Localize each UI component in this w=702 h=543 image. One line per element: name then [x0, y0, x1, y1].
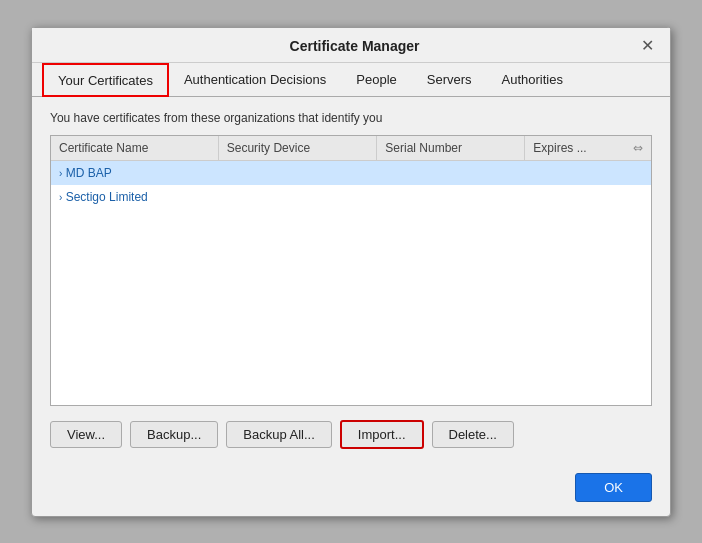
cert-name-cell: › MD BAP: [51, 160, 218, 185]
expires-cell: [525, 185, 651, 209]
col-security-device: Security Device: [218, 136, 377, 161]
table-header: Certificate Name Security Device Serial …: [51, 136, 651, 161]
serial-number-cell: [377, 160, 525, 185]
certificate-table: Certificate Name Security Device Serial …: [51, 136, 651, 209]
dialog-title: Certificate Manager: [70, 38, 639, 54]
description-text: You have certificates from these organiz…: [50, 111, 652, 125]
import-button[interactable]: Import...: [340, 420, 424, 449]
col-serial-number: Serial Number: [377, 136, 525, 161]
cert-name-cell: › Sectigo Limited: [51, 185, 218, 209]
tab-people[interactable]: People: [341, 63, 411, 97]
table-row[interactable]: › Sectigo Limited: [51, 185, 651, 209]
backup-button[interactable]: Backup...: [130, 421, 218, 448]
table-row[interactable]: › MD BAP: [51, 160, 651, 185]
ok-row: OK: [32, 463, 670, 516]
delete-button[interactable]: Delete...: [432, 421, 514, 448]
table-body: › MD BAP › Sectigo Limited: [51, 160, 651, 209]
certificate-manager-dialog: Certificate Manager ✕ Your Certificates …: [31, 27, 671, 517]
tab-authorities[interactable]: Authorities: [487, 63, 578, 97]
chevron-icon: ›: [59, 168, 62, 179]
col-cert-name: Certificate Name: [51, 136, 218, 161]
tab-servers[interactable]: Servers: [412, 63, 487, 97]
col-expires: Expires ... ⇔: [525, 136, 651, 161]
title-bar: Certificate Manager ✕: [32, 28, 670, 63]
backup-all-button[interactable]: Backup All...: [226, 421, 332, 448]
ok-button[interactable]: OK: [575, 473, 652, 502]
security-device-cell: [218, 160, 377, 185]
view-button[interactable]: View...: [50, 421, 122, 448]
tabs-bar: Your Certificates Authentication Decisio…: [32, 63, 670, 97]
main-content: You have certificates from these organiz…: [32, 97, 670, 463]
action-buttons: View... Backup... Backup All... Import..…: [50, 420, 652, 449]
certificate-table-wrapper: Certificate Name Security Device Serial …: [50, 135, 652, 406]
close-button[interactable]: ✕: [639, 38, 656, 54]
tab-authentication-decisions[interactable]: Authentication Decisions: [169, 63, 341, 97]
expires-cell: [525, 160, 651, 185]
security-device-cell: [218, 185, 377, 209]
chevron-icon: ›: [59, 192, 62, 203]
tab-your-certificates[interactable]: Your Certificates: [42, 63, 169, 97]
serial-number-cell: [377, 185, 525, 209]
resize-icon[interactable]: ⇔: [633, 141, 643, 155]
